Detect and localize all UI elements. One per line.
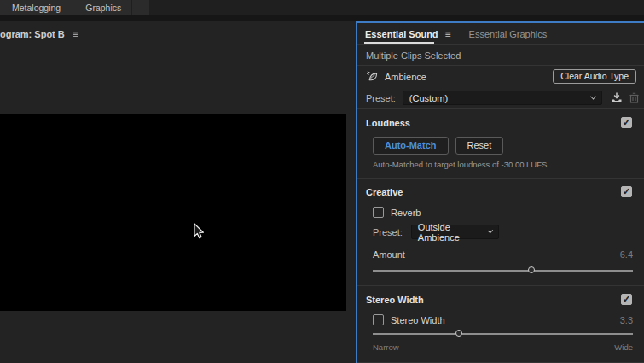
- essential-sound-panel: Essential Sound ≡ Essential Graphics Mul…: [356, 21, 644, 363]
- essential-panel-tabs: Essential Sound ≡ Essential Graphics: [357, 23, 644, 44]
- loudness-enabled-checkbox[interactable]: ✓: [621, 117, 632, 128]
- premiere-workspace: Metalogging Graphics ogram: Spot B ≡ Ess…: [0, 0, 644, 363]
- stereo-width-slider-track[interactable]: [373, 333, 633, 335]
- stereo-width-value: 3.3: [620, 315, 633, 325]
- creative-preset-label: Preset:: [373, 227, 403, 237]
- creative-enabled-checkbox[interactable]: ✓: [621, 186, 632, 197]
- ambience-leaf-icon: [366, 70, 379, 83]
- loudness-title: Loudness: [366, 118, 410, 128]
- preset-row: Preset: (Custom): [357, 87, 644, 108]
- amount-slider-track[interactable]: [373, 270, 633, 272]
- reverb-checkbox[interactable]: ✓: [373, 207, 384, 218]
- check-icon: ✓: [623, 117, 630, 128]
- creative-preset-dropdown[interactable]: Outside Ambience: [411, 225, 499, 239]
- program-monitor-header: ogram: Spot B ≡: [0, 21, 356, 39]
- auto-match-button[interactable]: Auto-Match: [373, 137, 449, 155]
- program-video-area: [0, 114, 346, 311]
- preset-label: Preset:: [366, 93, 396, 103]
- amount-value: 6.4: [620, 249, 633, 260]
- tab-essential-graphics[interactable]: Essential Graphics: [469, 29, 548, 39]
- creative-preset-value: Outside Ambience: [418, 222, 477, 243]
- chevron-down-icon: [488, 228, 493, 233]
- active-tab-underline: [364, 42, 434, 44]
- selection-status-text: Multiple Clips Selected: [366, 50, 461, 61]
- stereo-width-enabled-checkbox[interactable]: ✓: [621, 294, 632, 305]
- stereo-width-title: Stereo Width: [366, 295, 424, 305]
- creative-section: Creative ✓ ✓ Reverb Preset: Outside Ambi…: [357, 179, 644, 285]
- workspace-tab-stub: [132, 0, 149, 15]
- save-preset-button[interactable]: [609, 91, 624, 106]
- narrow-label: Narrow: [373, 343, 399, 352]
- wide-label: Wide: [614, 343, 633, 352]
- workspace-tab-metalogging[interactable]: Metalogging: [0, 0, 73, 15]
- save-preset-icon: [611, 92, 623, 103]
- amount-label: Amount: [373, 249, 405, 260]
- chevron-down-icon: [590, 94, 596, 100]
- delete-preset-button[interactable]: [626, 91, 641, 106]
- preset-dropdown[interactable]: (Custom): [403, 91, 602, 105]
- stereo-width-checkbox-label: Stereo Width: [391, 315, 445, 325]
- auto-match-caption: Auto-Matched to target loudness of -30.0…: [373, 160, 644, 169]
- selection-status: Multiple Clips Selected: [357, 45, 644, 65]
- check-icon: ✓: [623, 186, 630, 197]
- reverb-label: Reverb: [391, 208, 421, 218]
- reset-button[interactable]: Reset: [455, 137, 504, 155]
- audio-type-row: Ambience Clear Audio Type: [357, 66, 644, 87]
- stereo-width-range-labels: Narrow Wide: [373, 343, 633, 352]
- check-icon: ✓: [623, 294, 630, 305]
- stereo-width-checkbox[interactable]: ✓: [373, 314, 384, 325]
- clear-audio-type-button[interactable]: Clear Audio Type: [553, 69, 636, 84]
- panel-menu-icon[interactable]: ≡: [73, 30, 78, 38]
- mouse-cursor-icon: [193, 223, 205, 240]
- loudness-section: Loudness ✓ Auto-Match Reset Auto-Matched…: [357, 109, 644, 169]
- tab-essential-sound[interactable]: Essential Sound ≡: [365, 28, 451, 40]
- audio-type-label: Ambience: [385, 72, 426, 82]
- stereo-width-row: ✓ Stereo Width 3.3: [373, 314, 633, 325]
- preset-dropdown-value: (Custom): [409, 93, 448, 103]
- panel-menu-icon[interactable]: ≡: [445, 28, 451, 40]
- stereo-width-slider-handle[interactable]: [455, 330, 462, 337]
- tab-essential-sound-label: Essential Sound: [365, 29, 438, 39]
- creative-title: Creative: [366, 187, 403, 197]
- stereo-width-slider[interactable]: [373, 329, 633, 338]
- amount-row: Amount 6.4: [373, 249, 633, 260]
- reverb-row: ✓ Reverb: [373, 207, 633, 218]
- amount-slider-handle[interactable]: [528, 266, 535, 273]
- stereo-width-section: Stereo Width ✓ ✓ Stereo Width 3.3: [357, 286, 644, 362]
- trash-icon: [629, 92, 639, 103]
- creative-preset-row: Preset: Outside Ambience: [373, 225, 644, 239]
- workspace-tab-graphics[interactable]: Graphics: [73, 0, 134, 15]
- amount-slider[interactable]: [373, 266, 633, 275]
- workspace-tab-bar: Metalogging Graphics: [0, 0, 644, 15]
- program-monitor-panel: ogram: Spot B ≡: [0, 21, 356, 363]
- workspace-tabs: Metalogging Graphics: [0, 0, 131, 15]
- program-monitor-title: ogram: Spot B: [0, 29, 65, 39]
